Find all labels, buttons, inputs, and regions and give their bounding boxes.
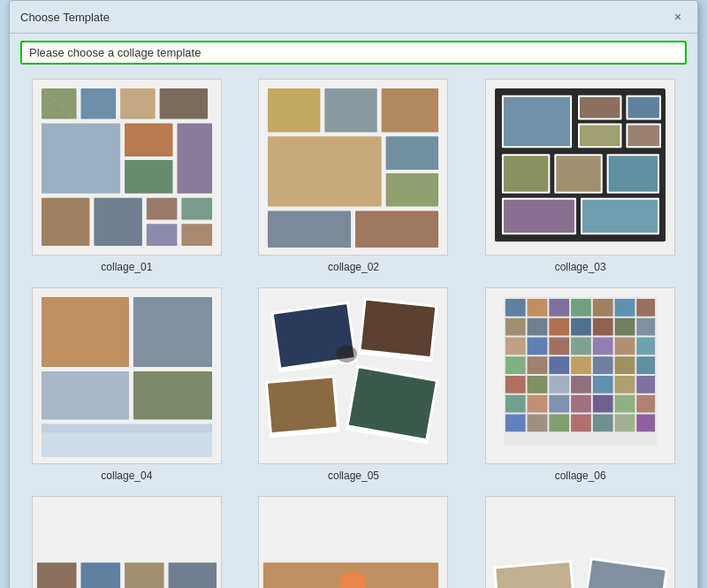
svg-rect-98 bbox=[571, 376, 591, 393]
svg-rect-92 bbox=[593, 356, 613, 374]
template-thumb-01 bbox=[32, 79, 222, 256]
template-item-02[interactable]: collage_02 bbox=[247, 79, 460, 273]
svg-rect-89 bbox=[528, 356, 548, 374]
svg-rect-105 bbox=[571, 395, 591, 413]
svg-rect-79 bbox=[615, 318, 635, 336]
svg-rect-7 bbox=[125, 160, 172, 194]
svg-rect-87 bbox=[637, 337, 656, 355]
svg-rect-13 bbox=[147, 224, 178, 246]
svg-rect-24 bbox=[355, 211, 438, 248]
svg-rect-78 bbox=[593, 318, 613, 336]
svg-rect-84 bbox=[571, 337, 591, 355]
svg-point-64 bbox=[337, 345, 358, 363]
svg-rect-113 bbox=[593, 415, 613, 432]
svg-rect-35 bbox=[580, 125, 620, 146]
svg-rect-73 bbox=[637, 299, 656, 317]
svg-rect-12 bbox=[181, 198, 212, 220]
svg-rect-61 bbox=[268, 378, 337, 433]
svg-rect-81 bbox=[506, 337, 526, 355]
template-label-03: collage_03 bbox=[555, 261, 606, 273]
svg-rect-23 bbox=[268, 211, 351, 248]
svg-rect-72 bbox=[615, 299, 635, 317]
svg-rect-93 bbox=[615, 356, 635, 374]
svg-rect-112 bbox=[571, 415, 591, 432]
svg-rect-109 bbox=[506, 415, 526, 432]
svg-rect-59 bbox=[361, 301, 436, 356]
svg-rect-76 bbox=[550, 318, 570, 336]
svg-rect-83 bbox=[550, 337, 570, 355]
template-label-06: collage_06 bbox=[555, 470, 606, 482]
svg-rect-106 bbox=[593, 395, 613, 413]
svg-rect-6 bbox=[125, 124, 172, 157]
svg-rect-39 bbox=[504, 156, 548, 192]
template-item-04[interactable]: collage_04 bbox=[20, 287, 233, 482]
template-grid: collage_01 bbox=[20, 72, 690, 588]
svg-rect-3 bbox=[120, 88, 156, 119]
template-thumb-06 bbox=[485, 287, 675, 464]
svg-rect-102 bbox=[506, 395, 526, 413]
svg-rect-91 bbox=[571, 356, 591, 374]
svg-rect-85 bbox=[593, 337, 613, 355]
template-thumb-05 bbox=[258, 287, 448, 464]
close-button[interactable]: × bbox=[669, 8, 687, 26]
template-item-06[interactable]: collage_06 bbox=[474, 287, 687, 482]
svg-rect-47 bbox=[582, 200, 658, 233]
svg-rect-2 bbox=[80, 88, 116, 119]
svg-rect-8 bbox=[177, 124, 212, 194]
svg-rect-10 bbox=[94, 198, 141, 246]
template-label-05: collage_05 bbox=[328, 470, 379, 482]
svg-rect-74 bbox=[506, 318, 526, 336]
svg-rect-33 bbox=[628, 97, 660, 118]
svg-rect-51 bbox=[42, 371, 129, 419]
svg-rect-41 bbox=[556, 156, 600, 192]
svg-rect-77 bbox=[571, 318, 591, 336]
svg-rect-94 bbox=[637, 356, 656, 374]
svg-rect-104 bbox=[550, 395, 570, 413]
svg-rect-29 bbox=[504, 97, 570, 146]
svg-rect-68 bbox=[528, 299, 548, 317]
template-item-09[interactable]: collage_09 bbox=[474, 496, 687, 588]
svg-rect-4 bbox=[159, 88, 207, 119]
svg-rect-45 bbox=[504, 200, 574, 233]
template-thumb-07 bbox=[32, 496, 222, 588]
svg-rect-96 bbox=[528, 376, 548, 393]
svg-rect-18 bbox=[325, 88, 377, 132]
template-item-03[interactable]: collage_03 bbox=[474, 79, 687, 273]
svg-rect-43 bbox=[609, 156, 658, 192]
svg-rect-5 bbox=[42, 124, 120, 194]
template-thumb-02 bbox=[258, 79, 448, 256]
svg-rect-108 bbox=[637, 395, 656, 413]
svg-rect-111 bbox=[550, 415, 570, 432]
svg-rect-120 bbox=[168, 562, 216, 588]
svg-rect-70 bbox=[571, 299, 591, 317]
svg-rect-75 bbox=[528, 318, 548, 336]
template-thumb-09 bbox=[485, 496, 675, 588]
svg-rect-9 bbox=[42, 198, 89, 246]
template-item-07[interactable]: collage_07 bbox=[20, 496, 233, 588]
template-item-05[interactable]: collage_05 bbox=[247, 287, 460, 482]
template-item-01[interactable]: collage_01 bbox=[20, 79, 233, 273]
svg-rect-14 bbox=[181, 224, 212, 246]
svg-rect-90 bbox=[550, 356, 570, 374]
svg-rect-118 bbox=[80, 562, 120, 588]
title-bar: Choose Template × bbox=[10, 1, 697, 34]
dialog-title: Choose Template bbox=[20, 11, 110, 24]
choose-template-dialog: Choose Template × Please choose a collag… bbox=[9, 0, 698, 588]
template-grid-scroll[interactable]: collage_01 bbox=[20, 72, 694, 588]
template-thumb-04 bbox=[32, 287, 222, 464]
svg-rect-19 bbox=[382, 88, 438, 132]
svg-rect-88 bbox=[506, 356, 526, 374]
svg-rect-67 bbox=[506, 299, 526, 317]
svg-rect-86 bbox=[615, 337, 635, 355]
svg-rect-80 bbox=[637, 318, 656, 336]
svg-rect-107 bbox=[615, 395, 635, 413]
template-thumb-03 bbox=[485, 79, 675, 256]
prompt-text: Please choose a collage template bbox=[20, 41, 687, 65]
template-item-08[interactable]: collage_08 bbox=[247, 496, 460, 588]
template-thumb-08 bbox=[258, 496, 448, 588]
svg-rect-99 bbox=[593, 376, 613, 393]
svg-rect-17 bbox=[268, 88, 320, 132]
svg-rect-22 bbox=[386, 173, 438, 207]
svg-rect-119 bbox=[125, 562, 164, 588]
svg-rect-31 bbox=[580, 97, 620, 118]
